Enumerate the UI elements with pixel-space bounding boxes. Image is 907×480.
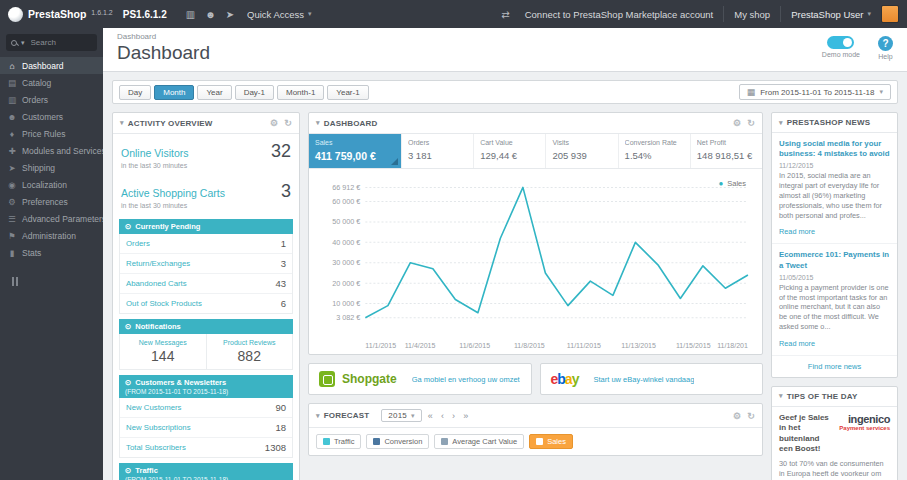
find-more-news-link[interactable]: Find more news <box>772 356 897 377</box>
ebay-logo-icon: ebay <box>551 371 579 387</box>
pending-row-returns[interactable]: Return/Exchanges3 <box>120 254 292 274</box>
sidebar-item-administration[interactable]: ⚑Administration <box>0 227 103 244</box>
sidebar-item-price-rules[interactable]: ♦Price Rules <box>0 125 103 142</box>
traffic-header[interactable]: ⊙ Traffic (FROM 2015-11-01 TO 2015-11-18… <box>119 463 293 480</box>
ebay-promo: ebay Start uw eBay-winkel vandaag <box>540 363 764 395</box>
date-range-picker[interactable]: ▦ From 2015-11-01 To 2015-11-18 ▾ <box>739 84 891 100</box>
panel-caret-icon[interactable]: ▾ <box>316 119 320 127</box>
kpi-net-profit[interactable]: Net Profit 148 918,51 € <box>691 134 762 168</box>
notifications-header[interactable]: ⊙ Notifications <box>119 319 293 334</box>
forecast-year-select[interactable]: 2015 ▾ <box>381 409 421 422</box>
pending-row-out-of-stock[interactable]: Out of Stock Products6 <box>120 294 292 313</box>
legend-conversion[interactable]: Conversion <box>366 434 429 449</box>
demo-mode-toggle[interactable] <box>827 36 854 49</box>
news-article-link[interactable]: Using social media for your business: 4 … <box>779 139 890 159</box>
nav-prev-button[interactable]: ‹ <box>439 411 446 421</box>
kpi-orders[interactable]: Orders 3 181 <box>402 134 474 168</box>
sidebar-item-catalog[interactable]: ▤Catalog <box>0 74 103 91</box>
advanced-parameters-icon: ☰ <box>7 214 17 224</box>
search-icon <box>11 40 17 46</box>
chevron-down-icon[interactable]: ▾ <box>21 39 25 47</box>
refresh-icon[interactable]: ↻ <box>747 411 755 421</box>
legend-average-cart-value[interactable]: Average Cart Value <box>434 434 524 449</box>
sidebar-item-shipping[interactable]: ➤Shipping <box>0 159 103 176</box>
kpi-row: Sales 411 759,00 € Orders 3 181 Cart Val… <box>309 134 762 169</box>
kpi-conversion-rate[interactable]: Conversion Rate 1.54% <box>619 134 691 168</box>
pending-row-abandoned-carts[interactable]: Abandoned Carts43 <box>120 274 292 294</box>
demo-mode-control: Demo mode <box>822 36 860 58</box>
kpi-cart-value[interactable]: Cart Value 129,44 € <box>474 134 546 168</box>
new-subscriptions-row[interactable]: New Subscriptions18 <box>120 418 292 438</box>
pending-row-orders[interactable]: Orders1 <box>120 234 292 254</box>
news-article-link[interactable]: Ecommerce 101: Payments in a Tweet <box>779 250 890 270</box>
gear-icon[interactable]: ⚙ <box>733 118 741 128</box>
employee-icon[interactable]: ☻ <box>205 9 216 20</box>
sidebar-item-stats[interactable]: ▮Stats <box>0 244 103 261</box>
refresh-icon[interactable]: ↻ <box>747 118 755 128</box>
row-value: 43 <box>275 278 286 289</box>
quick-access-menu[interactable]: Quick Access ▾ <box>247 9 312 20</box>
avatar[interactable] <box>881 5 899 23</box>
rocket-icon[interactable]: ➤ <box>226 9 234 20</box>
currently-pending-header[interactable]: ⊙ Currently Pending <box>119 219 293 234</box>
legend-sales[interactable]: Sales <box>529 434 573 449</box>
panel-caret-icon[interactable]: ▾ <box>316 412 320 420</box>
refresh-icon[interactable]: ↻ <box>284 118 292 128</box>
filter-month-button[interactable]: Month <box>154 85 194 100</box>
nav-last-button[interactable]: » <box>461 411 470 421</box>
sidebar-item-localization[interactable]: ◉Localization <box>0 176 103 193</box>
sidebar-item-preferences[interactable]: ⚙Preferences <box>0 193 103 210</box>
product-reviews-cell[interactable]: Product Reviews 882 <box>206 334 293 369</box>
read-more-link[interactable]: Read more <box>779 227 815 236</box>
panel-caret-icon[interactable]: ▾ <box>779 392 783 400</box>
sidebar-item-orders[interactable]: ▥Orders <box>0 91 103 108</box>
filter-year-button[interactable]: Year <box>197 85 231 100</box>
kpi-visits[interactable]: Visits 205 939 <box>546 134 618 168</box>
row-label: Total Subscribers <box>126 443 186 452</box>
sidebar-item-customers[interactable]: ☻Customers <box>0 108 103 125</box>
read-more-link[interactable]: Read more <box>779 339 815 348</box>
marketplace-connect-link[interactable]: Connect to PrestaShop Marketplace accoun… <box>525 9 714 20</box>
prestashop-logo-icon <box>8 7 23 22</box>
nav-next-button[interactable]: › <box>450 411 457 421</box>
svg-text:66 912 €: 66 912 € <box>332 183 360 192</box>
customers-newsletters-header[interactable]: ⊙ Customers & Newsletters (FROM 2015-11-… <box>119 375 293 398</box>
panel-caret-icon[interactable]: ▾ <box>779 119 783 127</box>
sidebar-item-modules[interactable]: ✚Modules and Services <box>0 142 103 159</box>
ebay-link[interactable]: Start uw eBay-winkel vandaag <box>593 375 694 384</box>
sales-chart-area: ● Sales 66 912 €60 000 €50 000 €40 000 €… <box>309 169 762 354</box>
row-value: 18 <box>275 422 286 433</box>
legend-traffic[interactable]: Traffic <box>316 434 361 449</box>
cart-icon[interactable]: ▥ <box>186 9 195 20</box>
filter-month-1-button[interactable]: Month-1 <box>277 85 324 100</box>
new-messages-cell[interactable]: New Messages 144 <box>120 334 206 369</box>
shopgate-link[interactable]: Ga mobiel en verhoog uw omzet <box>412 375 520 384</box>
gear-icon[interactable]: ⚙ <box>733 411 741 421</box>
divider <box>780 6 781 22</box>
my-shop-link[interactable]: My shop <box>734 9 770 20</box>
prestashop-logo[interactable]: PrestaShop 1.6.1.2 <box>8 7 113 22</box>
brand-version: 1.6.1.2 <box>91 9 112 16</box>
chevron-down-icon: ▾ <box>879 88 883 96</box>
date-filter-bar: Day Month Year Day-1 Month-1 Year-1 ▦ Fr… <box>112 80 898 104</box>
total-subscribers-row[interactable]: Total Subscribers1308 <box>120 438 292 457</box>
news-article-body: Picking a payment provider is one of the… <box>779 283 890 332</box>
filter-day-button[interactable]: Day <box>119 85 151 100</box>
sidebar-collapse-button[interactable] <box>12 277 103 286</box>
cell-label: Product Reviews <box>209 339 291 346</box>
nav-first-button[interactable]: « <box>426 411 435 421</box>
gear-icon[interactable]: ⚙ <box>270 118 278 128</box>
sidebar-search[interactable]: ▾ <box>6 34 97 51</box>
sidebar-item-dashboard[interactable]: ⌂Dashboard <box>0 57 103 74</box>
kpi-sales[interactable]: Sales 411 759,00 € <box>309 134 402 168</box>
new-customers-row[interactable]: New Customers90 <box>120 398 292 418</box>
sidebar-item-advanced-parameters[interactable]: ☰Advanced Parameters <box>0 210 103 227</box>
sidebar: ▾ ⌂Dashboard ▤Catalog ▥Orders ☻Customers… <box>0 28 103 480</box>
help-button[interactable]: ? Help <box>878 36 893 60</box>
user-menu[interactable]: PrestaShop User ▾ <box>791 9 871 20</box>
filter-day-1-button[interactable]: Day-1 <box>235 85 274 100</box>
filter-year-1-button[interactable]: Year-1 <box>327 85 368 100</box>
panel-caret-icon[interactable]: ▾ <box>120 119 124 127</box>
svg-text:11/11/2015: 11/11/2015 <box>567 342 601 349</box>
search-input[interactable] <box>29 37 92 48</box>
